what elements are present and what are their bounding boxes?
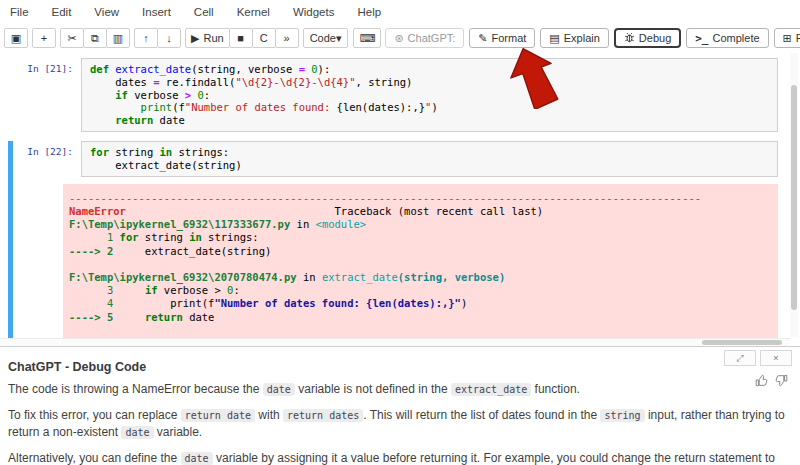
play-icon: ▶ xyxy=(191,33,199,44)
cell-type-select[interactable]: Code ▾ xyxy=(303,28,349,48)
restart-icon: C xyxy=(260,33,268,44)
close-icon: × xyxy=(773,353,778,363)
chatgpt-icon: ⊛ xyxy=(394,32,403,45)
menu-file[interactable]: File xyxy=(10,6,29,18)
terminal-prompt-icon: >_ xyxy=(695,32,708,45)
traceback-line: ----> 2 extract_date(string) xyxy=(69,245,772,258)
bug-icon xyxy=(624,32,635,45)
interrupt-kernel-button[interactable]: ■ xyxy=(229,28,253,48)
code-line: return date xyxy=(90,114,769,127)
format-label: Format xyxy=(492,32,527,44)
explain-button[interactable]: ▤ Explain xyxy=(540,28,608,48)
menu-kernel[interactable]: Kernel xyxy=(237,6,270,18)
vertical-scrollbar-thumb[interactable] xyxy=(791,85,797,310)
menu-bar: File Edit View Insert Cell Kernel Widget… xyxy=(0,0,800,24)
traceback-line xyxy=(69,258,772,271)
cut-cell-button[interactable]: ✂ xyxy=(60,28,84,48)
response-paragraph: The code is throwing a NameError because… xyxy=(8,381,792,398)
code-line: print(f"Number of dates found: {len(date… xyxy=(90,101,769,114)
response-paragraph: To fix this error, you can replace retur… xyxy=(8,407,792,441)
move-cell-down-button[interactable]: ↓ xyxy=(157,28,181,48)
traceback-line: 3 if verbose > 0: xyxy=(69,284,772,297)
debug-button[interactable]: Debug xyxy=(614,28,681,48)
copy-cell-button[interactable]: ⧉ xyxy=(83,28,107,48)
fast-forward-icon: » xyxy=(284,33,290,44)
complete-label: Complete xyxy=(713,32,760,44)
cell-editor[interactable]: def extract_date(string, verbose = 0): d… xyxy=(81,58,778,132)
run-label: Run xyxy=(203,32,223,44)
chatgpt-label-button[interactable]: ⊛ ChatGPT: xyxy=(385,28,464,48)
pen-icon: ✎ xyxy=(478,32,487,45)
scissors-icon: ✂ xyxy=(67,33,76,44)
chevron-down-icon: ▾ xyxy=(336,32,342,45)
code-line: extract_date(string) xyxy=(90,159,769,172)
traceback-line: F:\Temp\ipykernel_6932\117333677.py in <… xyxy=(69,218,772,231)
add-cell-button[interactable]: + xyxy=(32,28,56,48)
vertical-scrollbar[interactable] xyxy=(790,53,798,337)
restart-kernel-button[interactable]: C xyxy=(252,28,276,48)
traceback-line: NameError Traceback (most recent call la… xyxy=(69,205,772,218)
chatgpt-debug-panel: ⤢ × ChatGPT - Debug Code The code is thr… xyxy=(0,346,800,465)
error-output: ----------------------------------------… xyxy=(63,184,778,338)
code-cell-22-selected[interactable]: In [22]: for string in strings: extract_… xyxy=(8,141,782,338)
response-paragraph: Alternatively, you can define the date v… xyxy=(8,450,792,465)
copy-icon: ⧉ xyxy=(91,33,99,44)
run-button[interactable]: ▶ Run xyxy=(185,28,230,48)
menu-help[interactable]: Help xyxy=(357,6,381,18)
stop-icon: ■ xyxy=(237,33,244,44)
plus-icon: + xyxy=(41,33,47,44)
explain-label: Explain xyxy=(564,32,600,44)
move-cell-up-button[interactable]: ↑ xyxy=(134,28,158,48)
paste-icon: ▥ xyxy=(113,33,123,44)
code-line: dates = re.findall("\d{2}-\d{2}-\d{4}", … xyxy=(90,76,769,89)
function-button[interactable]: ⊞ Fun xyxy=(774,28,800,48)
code-line: def extract_date(string, verbose = 0): xyxy=(90,63,769,76)
code-line: if verbose > 0: xyxy=(90,89,769,102)
cell-editor[interactable]: for string in strings: extract_date(stri… xyxy=(81,141,778,177)
traceback-line xyxy=(69,324,772,337)
traceback-line: F:\Temp\ipykernel_6932\2070780474.py in … xyxy=(69,271,772,284)
notebook-area: In [21]: def extract_date(string, verbos… xyxy=(0,52,790,338)
gift-icon: ⊞ xyxy=(783,32,792,45)
complete-button[interactable]: >_ Complete xyxy=(686,28,768,48)
function-label: Fun xyxy=(796,32,800,44)
traceback-line: ----> 5 return date xyxy=(69,311,772,324)
keyboard-icon: ⌨ xyxy=(359,33,375,44)
code-cell-21: In [21]: def extract_date(string, verbos… xyxy=(8,58,782,132)
notebook-toolbar: ▣ + ✂ ⧉ ▥ ↑ ↓ ▶ Run ■ C » Code ▾ ⌨ ⊛ Cha… xyxy=(0,24,800,52)
traceback-line: 4 print(f"Number of dates found: {len(da… xyxy=(69,297,772,310)
save-icon: ▣ xyxy=(11,33,21,44)
cell-type-value: Code xyxy=(310,32,336,44)
horizontal-scrollbar-thumb[interactable] xyxy=(702,340,782,345)
arrow-up-icon: ↑ xyxy=(143,33,149,44)
chatgpt-label: ChatGPT: xyxy=(408,32,456,44)
code-line: for string in strings: xyxy=(90,146,769,159)
restart-run-all-button[interactable]: » xyxy=(275,28,299,48)
format-button[interactable]: ✎ Format xyxy=(469,28,535,48)
debug-label: Debug xyxy=(639,32,671,44)
expand-icon: ⤢ xyxy=(736,353,743,364)
traceback-line: 1 for string in strings: xyxy=(69,231,772,244)
panel-response-text: The code is throwing a NameError because… xyxy=(8,381,792,465)
menu-cell[interactable]: Cell xyxy=(194,6,214,18)
menu-view[interactable]: View xyxy=(94,6,119,18)
menu-widgets[interactable]: Widgets xyxy=(293,6,335,18)
expand-panel-button[interactable]: ⤢ xyxy=(724,350,756,366)
input-prompt: In [21]: xyxy=(13,63,73,74)
save-button[interactable]: ▣ xyxy=(4,28,28,48)
menu-edit[interactable]: Edit xyxy=(52,6,72,18)
paste-cell-button[interactable]: ▥ xyxy=(106,28,130,48)
arrow-down-icon: ↓ xyxy=(166,33,172,44)
menu-insert[interactable]: Insert xyxy=(142,6,171,18)
command-palette-button[interactable]: ⌨ xyxy=(353,28,381,48)
document-icon: ▤ xyxy=(549,32,559,45)
input-prompt: In [22]: xyxy=(13,146,73,157)
panel-title: ChatGPT - Debug Code xyxy=(8,360,146,374)
close-panel-button[interactable]: × xyxy=(760,350,792,366)
traceback-line: ----------------------------------------… xyxy=(69,192,772,205)
